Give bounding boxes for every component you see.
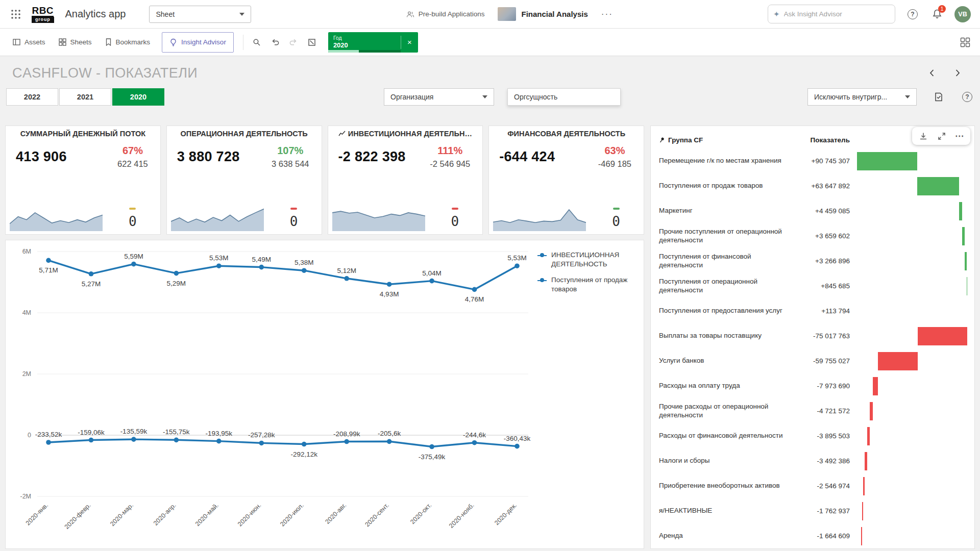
waterfall-bar[interactable] xyxy=(917,177,959,195)
exclude-intragroup-dropdown[interactable]: Исключить внутригр... xyxy=(807,88,917,106)
current-app[interactable]: Financial Analysis xyxy=(498,7,587,21)
table-row[interactable]: Поступления от продаж товаров+63 647 892 xyxy=(659,173,967,198)
notifications-button[interactable]: 1 xyxy=(930,7,944,21)
sheets-button[interactable]: Sheets xyxy=(52,29,99,56)
brand-logo-line2: group xyxy=(32,17,54,23)
cf-group-label[interactable]: Выплаты за товары поставщику xyxy=(659,332,796,340)
apply-selections-button[interactable] xyxy=(932,90,945,104)
waterfall-bar[interactable] xyxy=(865,452,867,470)
sheet-layout-button[interactable] xyxy=(957,34,974,51)
cf-group-label[interactable]: Поступления от финансовой деятельности xyxy=(659,253,796,270)
search-selections-button[interactable] xyxy=(248,33,266,52)
step-back-button[interactable] xyxy=(266,33,284,52)
table-row[interactable]: Поступления от финансовой деятельности+3… xyxy=(659,248,967,273)
waterfall-bar[interactable] xyxy=(863,477,865,495)
waterfall-bar[interactable] xyxy=(870,402,873,420)
waterfall-bar[interactable] xyxy=(959,202,962,220)
table-row[interactable]: Налоги и сборы-3 492 386 xyxy=(659,448,967,473)
header-more-button[interactable]: ··· xyxy=(601,9,613,19)
waterfall-bar[interactable] xyxy=(857,152,917,170)
legend-label: Поступления от продаж товаров xyxy=(551,276,628,293)
fullscreen-button[interactable] xyxy=(937,131,947,141)
organization-dropdown[interactable]: Организация xyxy=(384,88,494,106)
svg-text:2020-дек.: 2020-дек. xyxy=(493,502,518,527)
column-header-value[interactable]: Показатель xyxy=(796,136,857,144)
insight-advisor-button[interactable]: Insight Advisor xyxy=(162,32,234,53)
assets-button[interactable]: Assets xyxy=(6,29,52,56)
cf-group-label[interactable]: Поступления от предоставления услуг xyxy=(659,307,796,315)
cf-group-value: -3 895 503 xyxy=(796,432,857,440)
insight-advisor-search[interactable]: ✦ xyxy=(768,5,895,23)
year-button-2020[interactable]: 2020 xyxy=(112,88,164,106)
app-launcher-button[interactable] xyxy=(9,8,22,21)
sheet-help-button[interactable]: ? xyxy=(961,90,974,104)
next-sheet-button[interactable] xyxy=(950,66,965,80)
column-header-group[interactable]: Группа CF xyxy=(668,136,703,144)
line-chart-plot[interactable]: 6M4M2M0-2M2020-янв.2020-февр.2020-мар.20… xyxy=(9,242,535,544)
table-row[interactable]: Расходы на оплату труда-7 973 690 xyxy=(659,373,967,398)
waterfall-bar[interactable] xyxy=(918,327,967,345)
waterfall-bar[interactable] xyxy=(862,502,863,520)
legend-item-sales-receipts[interactable]: Поступления от продаж товаров xyxy=(537,276,638,293)
cf-group-label[interactable]: Маркетинг xyxy=(659,207,796,215)
avatar[interactable]: VB xyxy=(954,6,971,22)
cf-group-label[interactable]: Перемещение г/к по местам хранения xyxy=(659,157,796,165)
step-forward-button[interactable] xyxy=(284,33,303,52)
bookmarks-button[interactable]: Bookmarks xyxy=(99,29,157,56)
download-button[interactable] xyxy=(918,131,928,141)
sheets-label: Sheets xyxy=(70,38,92,46)
waterfall-bar[interactable] xyxy=(867,427,870,445)
sheets-icon xyxy=(59,38,66,46)
clear-selections-button[interactable] xyxy=(303,33,321,52)
kpi-card-financing[interactable]: ФИНАНСОВАЯ ДЕЯТЕЛЬНОСТЬ -644 424 63% -46… xyxy=(488,126,644,235)
cf-group-label[interactable]: Расходы на оплату труда xyxy=(659,382,796,390)
cf-group-label[interactable]: Приобретение внеоборотных активов xyxy=(659,482,796,490)
legend-item-investing[interactable]: ИНВЕСТИЦИОННАЯ ДЕЯТЕЛЬНОСТЬ xyxy=(537,251,638,268)
cf-group-label[interactable]: Поступления от операционной деятельности xyxy=(659,278,796,295)
year-button-2022[interactable]: 2022 xyxy=(6,88,58,106)
cf-group-label[interactable]: Налоги и сборы xyxy=(659,457,796,465)
cf-group-label[interactable]: Прочие поступления от операционной деяте… xyxy=(659,228,796,245)
table-row[interactable]: Перемещение г/к по местам хранения+90 74… xyxy=(659,148,967,173)
waterfall-bar-zone xyxy=(857,152,967,170)
cf-group-label[interactable]: Услуги банков xyxy=(659,357,796,365)
prev-sheet-button[interactable] xyxy=(925,66,939,80)
waterfall-bar[interactable] xyxy=(965,252,967,270)
waterfall-bar[interactable] xyxy=(861,527,862,545)
table-row[interactable]: Маркетинг+4 459 085 xyxy=(659,198,967,223)
close-icon[interactable]: × xyxy=(401,32,418,53)
more-options-button[interactable]: ⋯ xyxy=(955,131,964,141)
table-row[interactable]: Выплаты за товары поставщику-75 017 763 xyxy=(659,323,967,348)
table-row[interactable]: Аренда-1 664 609 xyxy=(659,523,967,548)
search-input[interactable] xyxy=(784,10,890,18)
kpi-card-investing[interactable]: ИНВЕСТИЦИОННАЯ ДЕЯТЕЛЬН… -2 822 398 111%… xyxy=(328,126,483,235)
help-button[interactable]: ? xyxy=(905,7,920,21)
table-row[interactable]: Прочие поступления от операционной деяте… xyxy=(659,223,967,248)
filter-chip-year[interactable]: Год 2020 × xyxy=(328,32,418,53)
filter-chip-progress xyxy=(328,50,401,53)
year-button-2021[interactable]: 2021 xyxy=(59,88,111,106)
table-row[interactable]: Поступления от операционной деятельности… xyxy=(659,273,967,298)
monthly-line-chart[interactable]: 6M4M2M0-2M2020-янв.2020-февр.2020-мар.20… xyxy=(5,240,644,549)
cf-group-label[interactable]: Поступления от продаж товаров xyxy=(659,182,796,190)
cf-group-waterfall-panel[interactable]: ⋯ Группа CF Показатель Перемещение г/к п… xyxy=(650,126,975,549)
org-entity-listbox[interactable]: Оргсущность xyxy=(507,88,621,106)
kpi-card-operating[interactable]: ОПЕРАЦИОННАЯ ДЕЯТЕЛЬНОСТЬ 3 880 728 107%… xyxy=(166,126,322,235)
waterfall-bar[interactable] xyxy=(962,227,965,245)
sheet-selector[interactable]: Sheet xyxy=(149,6,251,23)
table-row[interactable]: Прочие расходы от операционной деятельно… xyxy=(659,398,967,423)
waterfall-bar[interactable] xyxy=(967,277,967,295)
prebuild-applications-link[interactable]: Pre-build Applications xyxy=(406,10,485,18)
waterfall-bar[interactable] xyxy=(878,352,917,370)
cf-group-label[interactable]: Прочие расходы от операционной деятельно… xyxy=(659,403,796,420)
cf-group-label[interactable]: Расходы от финансовой деятельности xyxy=(659,432,796,440)
cf-group-label[interactable]: Аренда xyxy=(659,532,796,540)
table-row[interactable]: Услуги банков-59 755 027 xyxy=(659,348,967,373)
kpi-card-total-cashflow[interactable]: СУММАРНЫЙ ДЕНЕЖНЫЙ ПОТОК 413 906 67% 622… xyxy=(5,126,161,235)
waterfall-bar[interactable] xyxy=(873,377,878,395)
cf-group-label[interactable]: я/НЕАКТИВНЫЕ xyxy=(659,507,796,515)
table-row[interactable]: Расходы от финансовой деятельности-3 895… xyxy=(659,423,967,448)
table-row[interactable]: Поступления от предоставления услуг+113 … xyxy=(659,298,967,323)
table-row[interactable]: Приобретение внеоборотных активов-2 546 … xyxy=(659,473,967,498)
table-row[interactable]: я/НЕАКТИВНЫЕ-1 762 937 xyxy=(659,498,967,523)
